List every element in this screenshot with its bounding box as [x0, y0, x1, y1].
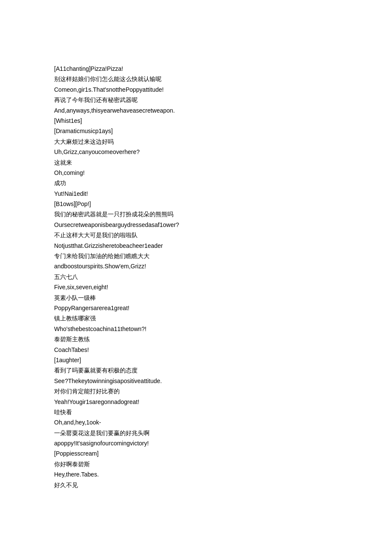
- text-line-29: 看到了吗要赢就要有积极的态度: [54, 366, 338, 375]
- text-line-30: See?Thekeytowinningisapositiveattitude.: [54, 376, 338, 386]
- text-line-26: 泰碧斯主教练: [54, 334, 338, 344]
- text-line-19: andboostourspirits.Show'em,Grizz!: [54, 262, 338, 271]
- text-line-31: 对你们肯定能打好比赛的: [54, 386, 338, 396]
- text-line-11: 成功: [54, 178, 338, 188]
- text-line-8: Uh,Grizz,canyoucomeoverhere?: [54, 147, 338, 157]
- text-line-18: 专门来给我们加油的给她们瞧瞧大大: [54, 251, 338, 261]
- text-line-32: Yeah!Yougir1saregonnadogreat!: [54, 397, 338, 407]
- text-line-16: 不止这样大大可是我们的啦啦队: [54, 230, 338, 240]
- text-line-27: CoachTabes!: [54, 345, 338, 355]
- text-line-36: apoppy!It'sasignofourcomingvictory!: [54, 439, 338, 448]
- text-line-13: [B1ows][Pop!]: [54, 199, 338, 209]
- text-line-34: Oh,and,hey,1ook-: [54, 418, 338, 427]
- text-line-17: Notjustthat.Grizzisheretobeacheer1eader: [54, 241, 338, 250]
- text-line-2: Comeon,gir1s.That'snotthePoppyattitude!: [54, 85, 338, 94]
- text-line-22: 英素小队一级棒: [54, 293, 338, 302]
- text-line-4: And,anyways,thisyearwehaveasecretweapon.: [54, 106, 338, 115]
- text-line-40: 好久不见: [54, 480, 338, 490]
- text-line-15: Oursecretweaponisbearguydressedasaf1ower…: [54, 220, 338, 230]
- text-line-7: 大大麻烦过来这边好吗: [54, 137, 338, 146]
- text-line-38: 你好啊泰碧斯: [54, 459, 338, 469]
- text-line-5: [Whist1es]: [54, 116, 338, 125]
- text-line-39: Hey,there.Tabes.: [54, 470, 338, 479]
- text-line-21: Five,six,seven,eight!: [54, 282, 338, 292]
- text-line-3: 再说了今年我们还有秘密武器呢: [54, 95, 338, 105]
- text-line-33: 哇快看: [54, 407, 338, 417]
- text-line-12: Yut!Nai1edit!: [54, 189, 338, 198]
- text-line-24: 镇上教练哪家强: [54, 314, 338, 323]
- main-content: [A11chanting]Pizza!Pizza!别这样姑娘们你们怎么能这么快就…: [0, 0, 392, 516]
- text-line-35: 一朵罂粟花这是我们要赢的好兆头啊: [54, 428, 338, 438]
- text-line-25: Who'sthebestcoachina11thetown?!: [54, 324, 338, 334]
- text-line-28: [1aughter]: [54, 355, 338, 365]
- text-line-23: PoppyRangersarerea1great!: [54, 303, 338, 313]
- text-line-9: 这就来: [54, 158, 338, 167]
- text-line-0: [A11chanting]Pizza!Pizza!: [54, 64, 338, 73]
- text-line-10: Oh,coming!: [54, 168, 338, 177]
- text-line-1: 别这样姑娘们你们怎么能这么快就认输呢: [54, 74, 338, 84]
- text-line-14: 我们的秘密武器就是一只打扮成花朵的熊熊吗: [54, 209, 338, 219]
- text-line-20: 五六七八: [54, 272, 338, 282]
- text-line-6: [Dramaticmusicp1ays]: [54, 126, 338, 136]
- text-line-37: [Poppiesscream]: [54, 449, 338, 458]
